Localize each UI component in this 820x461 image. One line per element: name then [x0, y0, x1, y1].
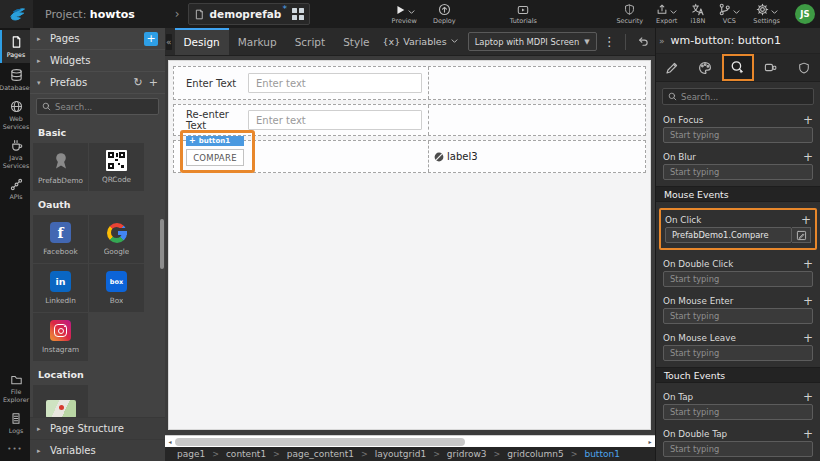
tab-design[interactable]: Design	[175, 28, 229, 55]
edit-action-button[interactable]	[792, 227, 811, 243]
tab-style[interactable]: Style	[334, 28, 378, 55]
chevron-right-icon: ›	[175, 7, 180, 21]
video-icon	[516, 4, 530, 16]
add-event-button[interactable]: +	[803, 114, 813, 126]
on-tap-input[interactable]	[663, 404, 813, 420]
widgets-section-header[interactable]: ▸ Widgets	[30, 50, 165, 72]
collapse-left-panel-button[interactable]: «	[166, 34, 172, 50]
on-double-click-input[interactable]	[663, 271, 813, 287]
design-canvas-page[interactable]: Enter Text Re-enter Text	[168, 60, 651, 430]
rail-item-logs[interactable]: Logs	[0, 407, 30, 439]
chevron-down-icon	[670, 10, 677, 15]
breadcrumb-item-active[interactable]: button1	[584, 449, 619, 459]
add-event-button[interactable]: +	[803, 295, 813, 307]
user-avatar[interactable]: JS	[795, 4, 815, 24]
breadcrumb-item[interactable]: layoutgrid1	[375, 449, 426, 459]
scroll-left-button[interactable]: ◂	[165, 436, 175, 447]
add-event-button[interactable]: +	[803, 258, 813, 270]
text-input-1[interactable]	[248, 73, 422, 93]
deploy-button[interactable]: Deploy	[433, 3, 456, 25]
on-double-tap-input[interactable]	[663, 441, 813, 457]
rail-item-apis[interactable]: APIs	[0, 173, 30, 205]
breadcrumb-item[interactable]: gridrow3	[447, 449, 487, 459]
security-button[interactable]: Security	[616, 3, 643, 25]
prefabs-section-header[interactable]: ▾ Prefabs ↻ +	[30, 72, 165, 94]
move-handle-icon[interactable]: +	[189, 137, 196, 145]
text-input-2[interactable]	[248, 110, 422, 130]
prefab-tile-facebook[interactable]: f Facebook	[33, 215, 88, 263]
tab-script[interactable]: Script	[286, 28, 334, 55]
pages-grid-icon[interactable]	[292, 8, 304, 20]
refresh-prefabs-button[interactable]: ↻	[134, 76, 143, 89]
undo-button[interactable]	[635, 35, 650, 48]
tab-events[interactable]	[722, 54, 755, 81]
on-mouse-leave-input[interactable]	[663, 345, 813, 361]
more-options-button[interactable]: •••	[0, 439, 30, 461]
rail-item-java-services[interactable]: Java Services	[0, 134, 30, 173]
settings-button[interactable]: Settings	[753, 3, 780, 25]
rail-item-file-explorer[interactable]: File Explorer	[0, 369, 30, 407]
current-page-selector[interactable]: demoprefab *	[188, 3, 310, 25]
label3-widget[interactable]: label3	[434, 151, 478, 162]
scrollbar-thumb[interactable]	[175, 438, 465, 446]
breadcrumb-item[interactable]: content1	[226, 449, 266, 459]
breadcrumb-item[interactable]: page_content1	[287, 449, 354, 459]
left-panel-scrollbar[interactable]	[160, 219, 164, 269]
prefab-tile-linkedin[interactable]: in LinkedIn	[33, 264, 88, 312]
add-event-button[interactable]: +	[803, 428, 813, 440]
add-event-button[interactable]: +	[803, 391, 813, 403]
app-logo[interactable]	[0, 0, 33, 28]
prefab-tile-qrcode[interactable]: QRCode	[89, 143, 144, 191]
add-event-button[interactable]: +	[801, 214, 811, 226]
prefab-tile-location[interactable]	[33, 385, 88, 417]
device-select[interactable]: Laptop with MDPI Screen ▼	[468, 32, 597, 51]
export-button[interactable]: Export	[656, 3, 677, 25]
breadcrumb-item[interactable]: page1	[177, 449, 205, 459]
compare-button[interactable]: COMPARE	[186, 149, 244, 166]
on-mouse-enter-input[interactable]	[663, 308, 813, 324]
prefab-tile-box[interactable]: box Box	[89, 264, 144, 312]
add-event-button[interactable]: +	[803, 151, 813, 163]
tab-properties[interactable]	[656, 54, 689, 81]
on-click-input[interactable]	[665, 227, 792, 243]
arrow-collapsed-icon: ▸	[37, 425, 44, 433]
tutorials-button[interactable]: Tutorials	[510, 3, 537, 25]
rail-item-pages[interactable]: Pages	[0, 30, 30, 63]
prefab-tile-instagram[interactable]: Instagram	[33, 313, 88, 361]
tab-security[interactable]	[787, 54, 820, 81]
more-menu-button[interactable]: ⋮	[603, 35, 616, 48]
rail-item-web-services[interactable]: Web Services	[0, 95, 30, 134]
breadcrumb-item[interactable]: gridcolumn5	[507, 449, 563, 459]
pages-section-header[interactable]: ▸ Pages +	[30, 28, 165, 50]
prefab-tile-prefabdemo[interactable]: PrefabDemo	[33, 143, 88, 191]
preview-button[interactable]: Preview	[392, 3, 417, 25]
add-prefab-button[interactable]: +	[149, 76, 158, 89]
tab-device[interactable]	[754, 54, 787, 81]
prefab-search-input[interactable]	[55, 102, 153, 112]
map-thumbnail	[46, 400, 76, 417]
grid-row-1[interactable]: Enter Text	[173, 66, 646, 100]
grid-row-3[interactable]: + button1 COMPARE label3	[173, 140, 646, 173]
on-focus-input[interactable]	[663, 127, 813, 143]
tab-markup[interactable]: Markup	[229, 28, 286, 55]
events-search-input[interactable]	[681, 92, 808, 102]
canvas-horizontal-scrollbar[interactable]: ◂ ▸	[165, 435, 655, 447]
add-page-button[interactable]: +	[144, 32, 158, 46]
vcs-button[interactable]: VCS	[718, 3, 740, 25]
add-event-button[interactable]: +	[803, 332, 813, 344]
export-icon	[656, 3, 668, 16]
chevron-down-icon	[771, 10, 778, 15]
rail-item-databases[interactable]: Databases	[0, 63, 30, 96]
collapse-right-panel-button[interactable]: »	[659, 36, 665, 46]
scroll-right-button[interactable]: ▸	[645, 436, 655, 447]
tab-styles[interactable]	[689, 54, 722, 81]
variables-dropdown[interactable]: {x} Variables	[379, 28, 462, 55]
breadcrumb: page1> content1> page_content1> layoutgr…	[165, 447, 655, 461]
variables-section-header[interactable]: ▸ Variables	[30, 439, 165, 461]
prefab-tile-google[interactable]: Google	[89, 215, 144, 263]
page-structure-section-header[interactable]: ▸ Page Structure	[30, 417, 165, 439]
arrow-collapsed-icon: ▸	[37, 57, 44, 65]
on-blur-input[interactable]	[663, 164, 813, 180]
selected-widget-tag[interactable]: + button1	[186, 136, 244, 146]
i18n-button[interactable]: i18N	[690, 3, 705, 25]
